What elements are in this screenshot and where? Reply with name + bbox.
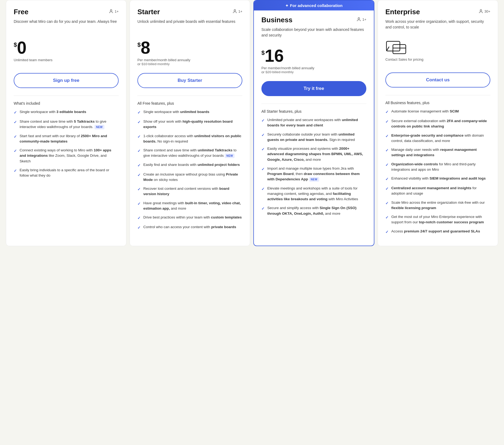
divider bbox=[261, 104, 366, 104]
check-icon: ✓ bbox=[137, 225, 141, 231]
feature-text: Control who can access your content with… bbox=[143, 224, 236, 230]
price-amount: 0 bbox=[17, 39, 27, 56]
feature-item: ✓ Manage daily user needs with request m… bbox=[385, 147, 490, 158]
feature-item: ✓ Single workspace with unlimited boards bbox=[137, 109, 242, 115]
features-title: All Starter features, plus bbox=[261, 109, 366, 114]
feature-item: ✓ Access premium 24/7 support and guaran… bbox=[385, 229, 490, 235]
new-badge: NEW bbox=[225, 154, 235, 158]
feature-item: ✓ Secure external collaboration with 2FA… bbox=[385, 118, 490, 129]
plan-name: Business bbox=[261, 16, 293, 24]
feature-text: Start fast and smart with our library of… bbox=[20, 133, 119, 144]
feature-text: Enterprise-grade security and compliance… bbox=[391, 133, 490, 144]
features-title: All Business features, plus bbox=[385, 101, 490, 105]
feature-text: Recover lost content and content version… bbox=[143, 186, 242, 197]
feature-text: Secure external collaboration with 2FA a… bbox=[391, 118, 490, 129]
check-icon: ✓ bbox=[385, 148, 389, 153]
plan-cta-button[interactable]: Buy Starter bbox=[137, 73, 242, 88]
check-icon: ✓ bbox=[14, 168, 17, 174]
feature-text: Elevate meetings and workshops with a su… bbox=[267, 186, 366, 202]
plan-users: 30+ bbox=[479, 9, 490, 14]
check-icon: ✓ bbox=[385, 215, 389, 220]
plan-users: 1+ bbox=[356, 17, 366, 22]
check-icon: ✓ bbox=[261, 206, 265, 211]
plan-price-contact bbox=[385, 39, 490, 55]
check-icon: ✓ bbox=[385, 162, 389, 168]
plan-users: 1+ bbox=[109, 9, 119, 14]
user-icon bbox=[479, 9, 483, 14]
plan-desc: Scale collaboration beyond your team wit… bbox=[261, 27, 366, 42]
feature-text: Import and manage multiple issue types f… bbox=[267, 166, 366, 182]
feature-text: Single workspace with 3 editable boards bbox=[20, 109, 86, 115]
feature-item: ✓ Enhanced visibility with SIEM integrat… bbox=[385, 176, 490, 182]
feature-item: ✓ 1-click collaborator access with unlim… bbox=[137, 133, 242, 144]
price-dollar: $ bbox=[14, 41, 17, 48]
feature-item: ✓ Automate license management with SCIM bbox=[385, 109, 490, 115]
check-icon: ✓ bbox=[385, 186, 389, 192]
feature-item: ✓ Easily visualize processes and systems… bbox=[261, 146, 366, 162]
price-sub: Per member/month billed annuallyor $20 b… bbox=[261, 66, 366, 76]
user-icon bbox=[232, 9, 237, 14]
features-title: What's included bbox=[14, 101, 119, 105]
user-icon bbox=[356, 17, 361, 22]
price-sub: Unlimited team members bbox=[14, 58, 119, 68]
features-list: ✓ Single workspace with 3 editable board… bbox=[14, 109, 119, 178]
price-sub: Contact Sales for pricing bbox=[385, 57, 490, 67]
check-icon: ✓ bbox=[14, 110, 17, 115]
check-icon: ✓ bbox=[385, 133, 389, 139]
svg-point-3 bbox=[480, 9, 482, 11]
check-icon: ✓ bbox=[137, 172, 141, 178]
features-list: ✓ Automate license management with SCIM … bbox=[385, 109, 490, 235]
check-icon: ✓ bbox=[261, 118, 265, 123]
plan-name: Enterprise bbox=[385, 8, 420, 16]
plan-price: $ 16 bbox=[261, 47, 366, 64]
star-icon: ✦ bbox=[285, 3, 288, 8]
check-icon: ✓ bbox=[14, 148, 17, 154]
feature-text: Enhanced visibility with SIEM integratio… bbox=[391, 176, 486, 181]
feature-text: Securely collaborate outside your team w… bbox=[267, 132, 366, 143]
feature-text: Have great meetings with built-in timer,… bbox=[143, 200, 242, 211]
divider bbox=[14, 96, 119, 96]
feature-text: Secure and simplify access with Single S… bbox=[267, 205, 366, 216]
check-icon: ✓ bbox=[261, 186, 265, 192]
plan-desc: Discover what Miro can do for you and yo… bbox=[14, 19, 119, 34]
check-icon: ✓ bbox=[137, 187, 141, 192]
feature-item: ✓ Centralized account management and ins… bbox=[385, 185, 490, 196]
check-icon: ✓ bbox=[14, 119, 17, 125]
plan-name: Starter bbox=[137, 8, 160, 16]
svg-point-1 bbox=[234, 9, 236, 11]
plan-desc: Unlock unlimited and private boards with… bbox=[137, 19, 242, 34]
check-icon: ✓ bbox=[385, 200, 389, 206]
plan-header: Business 1+ bbox=[261, 16, 366, 24]
plan-cta-button[interactable]: Try it free bbox=[261, 81, 366, 96]
check-icon: ✓ bbox=[261, 166, 265, 172]
plan-name: Free bbox=[14, 8, 28, 16]
plan-card-business: ✦ For advanced collaboration Business 1+… bbox=[253, 0, 374, 246]
check-icon: ✓ bbox=[137, 110, 141, 115]
plan-card-starter: Starter 1+ Unlock unlimited and private … bbox=[130, 0, 250, 246]
feature-item: ✓ Secure and simplify access with Single… bbox=[261, 205, 366, 216]
feature-item: ✓ Unlimited private and secure workspace… bbox=[261, 117, 366, 128]
plan-users: 1+ bbox=[232, 9, 242, 14]
feature-item: ✓ Control who can access your content wi… bbox=[137, 224, 242, 231]
feature-text: Scale Miro across the entire organizatio… bbox=[391, 200, 490, 211]
price-dollar: $ bbox=[137, 41, 141, 48]
check-icon: ✓ bbox=[137, 215, 141, 221]
check-icon: ✓ bbox=[261, 132, 265, 138]
feature-text: Access premium 24/7 support and guarante… bbox=[391, 229, 480, 234]
feature-text: Automate license management with SCIM bbox=[391, 109, 459, 114]
plan-card-free: Free 1+ Discover what Miro can do for yo… bbox=[6, 0, 126, 246]
feature-item: ✓ Scale Miro across the entire organizat… bbox=[385, 200, 490, 211]
feature-text: Easily find and share boards with unlimi… bbox=[143, 162, 240, 167]
plan-cta-button[interactable]: Sign up free bbox=[14, 73, 119, 88]
feature-text: Manage daily user needs with request man… bbox=[391, 147, 490, 158]
feature-text: Get the most out of your Miro Enterprise… bbox=[391, 214, 490, 225]
plan-cta-button[interactable]: Contact us bbox=[385, 72, 490, 87]
svg-point-2 bbox=[358, 17, 360, 19]
price-sub: Per member/month billed annuallyor $10 b… bbox=[137, 58, 242, 68]
feature-item: ✓ Get the most out of your Miro Enterpri… bbox=[385, 214, 490, 225]
feature-item: ✓ Have great meetings with built-in time… bbox=[137, 200, 242, 211]
divider bbox=[137, 96, 242, 96]
check-icon: ✓ bbox=[385, 176, 389, 182]
plan-price: $ 8 bbox=[137, 39, 242, 56]
plan-header: Starter 1+ bbox=[137, 8, 242, 16]
